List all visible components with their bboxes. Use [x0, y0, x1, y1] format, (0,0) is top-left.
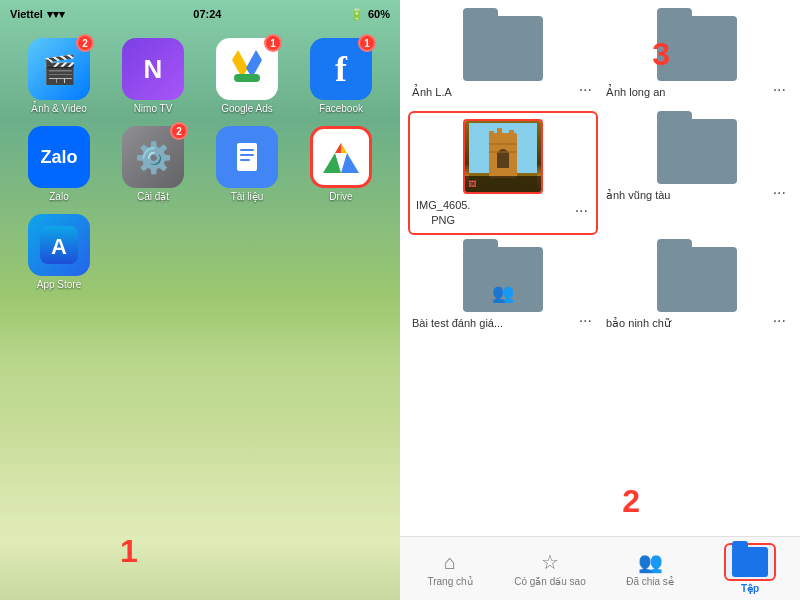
badge-settings: 2: [170, 122, 188, 140]
folder-anhvungtau-name: ảnh vũng tàu: [606, 188, 671, 202]
app-drive[interactable]: Drive: [300, 126, 382, 202]
folder-anhla-more[interactable]: ···: [577, 81, 594, 99]
nav-shared[interactable]: 👥 Đã chia sẻ: [600, 546, 700, 591]
folder-anhla-icon: [463, 16, 543, 81]
folder-baoninh-name: bảo ninh chữ: [606, 316, 671, 330]
svg-marker-1: [246, 50, 262, 78]
badge-googleads: 1: [264, 34, 282, 52]
phone-screen: Viettel ▾▾▾ 07:24 🔋 60% 🎬 2 Ảnh & Video …: [0, 0, 400, 600]
folder-anhlongan-more[interactable]: ···: [771, 81, 788, 99]
drive-svg: [321, 139, 361, 175]
folder-anhvungtau[interactable]: ảnh vũng tàu ···: [602, 111, 792, 235]
svg-text:A: A: [51, 234, 67, 259]
img-type-bar: 🖼: [465, 176, 541, 192]
appstore-svg: A: [40, 226, 78, 264]
svg-rect-3: [237, 143, 257, 171]
app-nimotv[interactable]: N Nimo TV: [112, 38, 194, 114]
folder-anhvungtau-icon: [657, 119, 737, 184]
step-number-3: 3: [652, 36, 670, 73]
status-right: 🔋 60%: [350, 8, 390, 21]
nav-starred[interactable]: ☆ Có gắn dấu sao: [500, 546, 600, 591]
app-anhvideo[interactable]: 🎬 2 Ảnh & Video: [18, 38, 100, 114]
app-grid: 🎬 2 Ảnh & Video N Nimo TV 1 Google Ads: [10, 30, 390, 298]
star-icon: ☆: [541, 550, 559, 574]
folder-baitest[interactable]: Bài test đánh giá... ···: [408, 239, 598, 338]
step-number-2: 2: [622, 483, 640, 520]
svg-rect-2: [234, 74, 260, 82]
svg-rect-20: [489, 143, 517, 145]
app-zalo[interactable]: Zalo Zalo: [18, 126, 100, 202]
battery-icon: 🔋: [350, 8, 364, 21]
zalo-icon: Zalo: [28, 126, 90, 188]
folder-baoninh-more[interactable]: ···: [771, 312, 788, 330]
badge-facebook: 1: [358, 34, 376, 52]
files-grid: Ảnh L.A ··· Ảnh long an ···: [400, 0, 800, 536]
docs-label: Tài liệu: [231, 191, 264, 202]
settings-icon: ⚙️ 2: [122, 126, 184, 188]
folder-anhvungtau-more[interactable]: ···: [771, 184, 788, 202]
folder-anhlongan[interactable]: Ảnh long an ···: [602, 8, 792, 107]
nimotv-label: Nimo TV: [134, 103, 173, 114]
folder-baoninh-icon: [657, 247, 737, 312]
anhvideo-icon: 🎬 2: [28, 38, 90, 100]
app-facebook[interactable]: f 1 Facebook: [300, 38, 382, 114]
docs-svg: [229, 139, 265, 175]
svg-rect-6: [240, 159, 250, 161]
ads-svg: [228, 50, 266, 88]
drive-panel: Ảnh L.A ··· Ảnh long an ···: [400, 0, 800, 600]
googleads-label: Google Ads: [221, 103, 273, 114]
step-number-1: 1: [120, 533, 138, 570]
folder-baitest-more[interactable]: ···: [577, 312, 594, 330]
file-img4605-more[interactable]: ···: [573, 202, 590, 220]
badge-anhvideo: 2: [76, 34, 94, 52]
battery-label: 60%: [368, 8, 390, 20]
app-googleads[interactable]: 1 Google Ads: [206, 38, 288, 114]
svg-rect-5: [240, 154, 254, 156]
docs-icon: [216, 126, 278, 188]
facebook-label: Facebook: [319, 103, 363, 114]
folder-anhla-name: Ảnh L.A: [412, 85, 452, 99]
folder-anhla[interactable]: Ảnh L.A ···: [408, 8, 598, 107]
svg-marker-0: [232, 50, 248, 78]
folder-anhvungtau-row: ảnh vũng tàu ···: [606, 184, 788, 202]
svg-rect-19: [509, 130, 514, 137]
nav-files-label: Tệp: [741, 583, 759, 594]
settings-label: Cài đặt: [137, 191, 169, 202]
svg-rect-21: [489, 151, 517, 153]
img-type-icon: 🖼: [468, 180, 476, 189]
home-icon: ⌂: [444, 551, 456, 574]
folder-anhla-row: Ảnh L.A ···: [412, 81, 594, 99]
zalo-label: Zalo: [49, 191, 68, 202]
svg-rect-4: [240, 149, 254, 151]
file-img4605-name: IMG_4605.PNG: [416, 198, 470, 227]
folder-active-icon: [732, 547, 768, 577]
svg-marker-9: [323, 153, 341, 173]
status-left: Viettel ▾▾▾: [10, 8, 65, 21]
nav-home[interactable]: ⌂ Trang chủ: [400, 547, 500, 591]
folder-baoninh[interactable]: bảo ninh chữ ···: [602, 239, 792, 338]
svg-rect-18: [497, 128, 502, 137]
img4605-thumbnail: 🖼: [463, 119, 543, 194]
nav-files[interactable]: Tệp: [700, 539, 800, 598]
wifi-icon: ▾▾▾: [47, 8, 65, 21]
app-docs[interactable]: Tài liệu: [206, 126, 288, 202]
nimotv-icon: N: [122, 38, 184, 100]
googleads-icon: 1: [216, 38, 278, 100]
file-img4605-row: IMG_4605.PNG ···: [416, 194, 590, 227]
svg-marker-11: [335, 143, 341, 153]
nav-home-label: Trang chủ: [427, 576, 472, 587]
folder-anhlongan-row: Ảnh long an ···: [606, 81, 788, 99]
app-appstore[interactable]: A App Store: [18, 214, 100, 290]
file-img4605[interactable]: 🖼 IMG_4605.PNG ···: [408, 111, 598, 235]
folder-baitest-name: Bài test đánh giá...: [412, 316, 503, 330]
clock: 07:24: [193, 8, 221, 20]
anhvideo-label: Ảnh & Video: [31, 103, 87, 114]
status-bar: Viettel ▾▾▾ 07:24 🔋 60%: [0, 0, 400, 28]
appstore-label: App Store: [37, 279, 81, 290]
app-settings[interactable]: ⚙️ 2 Cài đặt: [112, 126, 194, 202]
folder-anhlongan-name: Ảnh long an: [606, 85, 665, 99]
shared-icon: 👥: [638, 550, 663, 574]
folder-baoninh-row: bảo ninh chữ ···: [606, 312, 788, 330]
bottom-nav: ⌂ Trang chủ ☆ Có gắn dấu sao 👥 Đã chia s…: [400, 536, 800, 600]
nav-shared-label: Đã chia sẻ: [626, 576, 674, 587]
